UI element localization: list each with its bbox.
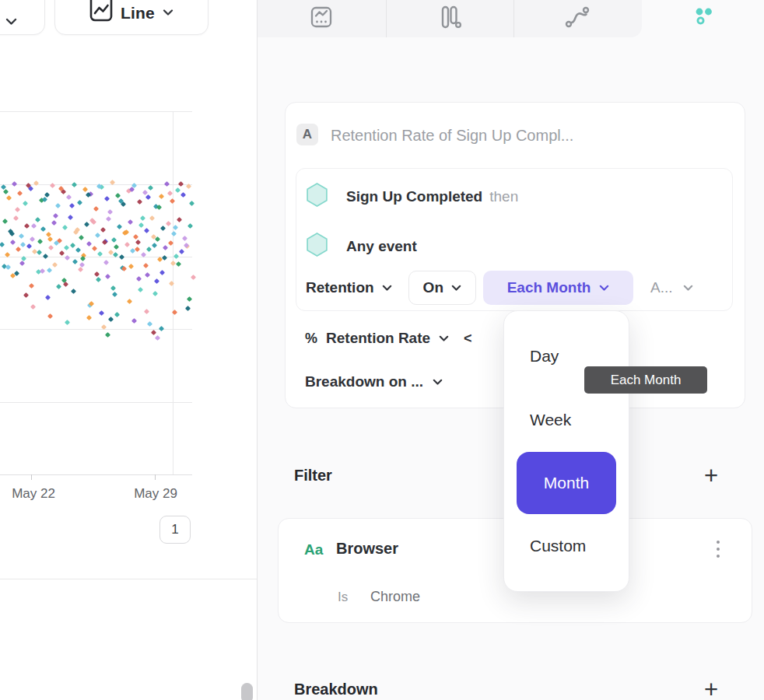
event-name[interactable]: Sign Up Completed (346, 188, 482, 205)
event-step-row[interactable]: Any event (306, 233, 417, 260)
hexagon-icon (306, 183, 328, 210)
tab-retention[interactable] (642, 0, 764, 37)
flow-icon (564, 5, 591, 33)
scatter-point (12, 181, 17, 187)
scatter-point (166, 221, 171, 226)
breakdown-on-dropdown[interactable]: Breakdown on ... (305, 373, 443, 390)
scatter-point (136, 276, 142, 282)
query-badge: A (296, 124, 318, 145)
scatter-point (30, 236, 35, 242)
filter-property-name[interactable]: Browser (336, 540, 398, 558)
metric-label: Retention Rate (326, 330, 430, 347)
period-menu: DayWeekMonthCustom (503, 310, 629, 592)
pagination-page-button[interactable]: 1 (159, 516, 191, 544)
scatter-point (29, 283, 34, 289)
menu-item-month[interactable]: Month (517, 452, 616, 514)
scatter-point (131, 318, 137, 324)
scatter-point (86, 241, 92, 247)
scatter-point (37, 250, 42, 255)
scatter-point (75, 247, 81, 253)
metric-dropdown[interactable]: % Retention Rate < (305, 330, 472, 347)
chevron-down-icon (5, 18, 17, 26)
scatter-point (43, 254, 48, 259)
scatter-point (170, 261, 176, 266)
query-builder-panel: A Retention Rate of Sign Up Compl... Sig… (258, 0, 764, 700)
scatter-point (71, 289, 76, 294)
scatter-point (99, 310, 104, 316)
filter-operator[interactable]: Is (338, 590, 348, 605)
scatter-point (159, 194, 164, 199)
scatter-point (135, 240, 141, 245)
scatter-point (84, 222, 89, 227)
on-dropdown[interactable]: On (408, 271, 476, 305)
scatter-point (15, 207, 20, 212)
scatter-point (47, 313, 53, 319)
scatter-point (20, 242, 26, 247)
scatter-point (112, 292, 117, 297)
scatter-point (51, 220, 57, 226)
scatter-point (47, 236, 53, 242)
x-axis-tick (31, 474, 32, 480)
scatter-point (63, 282, 68, 287)
scatter-point (2, 219, 8, 224)
query-title[interactable]: Retention Rate of Sign Up Compl... (331, 127, 573, 145)
tab-bars[interactable] (386, 0, 513, 37)
scatter-point (103, 260, 109, 265)
event-steps-card: Sign Up Completedthen Any event Retentio… (296, 168, 733, 311)
add-filter-button[interactable]: + (704, 464, 718, 488)
scatter-point (56, 284, 61, 289)
scatter-point (175, 187, 180, 193)
add-breakdown-button[interactable]: + (704, 678, 718, 700)
filter-value[interactable]: Chrome (370, 589, 420, 605)
scatter-point (152, 243, 157, 248)
scatter-point (167, 191, 173, 196)
x-axis-label: May 29 (134, 486, 177, 502)
scatter-point (145, 272, 150, 278)
scatter-point (23, 201, 28, 206)
event-step-row[interactable]: Sign Up Completedthen (306, 183, 518, 210)
scatter-point (114, 312, 120, 317)
page-number: 1 (171, 522, 178, 537)
scatter-point (178, 181, 184, 187)
scatter-point (108, 317, 114, 322)
scatter-point (47, 268, 52, 273)
tab-insights[interactable] (258, 0, 385, 37)
retention-type-dropdown[interactable]: Retention (306, 279, 392, 296)
scatter-point (93, 206, 99, 212)
tab-flows[interactable] (513, 0, 641, 37)
breakdown-heading: Breakdown (294, 681, 378, 698)
scatter-point (151, 330, 156, 335)
scatter-point (40, 226, 46, 232)
on-label: On (423, 279, 443, 296)
scatter-point (100, 227, 106, 233)
menu-item-week[interactable]: Week (504, 388, 629, 452)
scatter-point (128, 264, 134, 269)
event-name[interactable]: Any event (346, 238, 417, 254)
scatter-point (95, 233, 100, 238)
hexagon-icon (306, 233, 328, 260)
period-dropdown[interactable]: Each Month (483, 271, 633, 305)
vertical-gridline (173, 111, 173, 474)
x-axis-line (0, 474, 192, 475)
chart-type-label: Line (121, 4, 155, 23)
period-label: Each Month (507, 279, 591, 296)
scatter-point (159, 270, 165, 275)
x-axis-label: May 22 (12, 486, 55, 502)
scatter-point (13, 215, 19, 221)
scatter-point (65, 320, 70, 325)
scatter-point (92, 246, 97, 251)
kebab-menu-icon[interactable] (717, 541, 720, 558)
menu-item-custom[interactable]: Custom (504, 514, 629, 578)
collapsed-dropdown-button[interactable] (0, 0, 45, 35)
scatter-point (78, 267, 83, 272)
tooltip: Each Month (584, 366, 707, 394)
scatter-point (94, 271, 100, 277)
scatter-point (35, 217, 40, 222)
anchor-dropdown[interactable]: A... (650, 279, 693, 296)
scatter-point (177, 217, 182, 222)
scatter-point (156, 205, 162, 210)
chevron-down-icon (451, 285, 461, 292)
scrollbar-thumb[interactable] (241, 683, 253, 700)
scatter-point (79, 235, 84, 240)
chart-type-dropdown[interactable]: Line (54, 0, 209, 35)
